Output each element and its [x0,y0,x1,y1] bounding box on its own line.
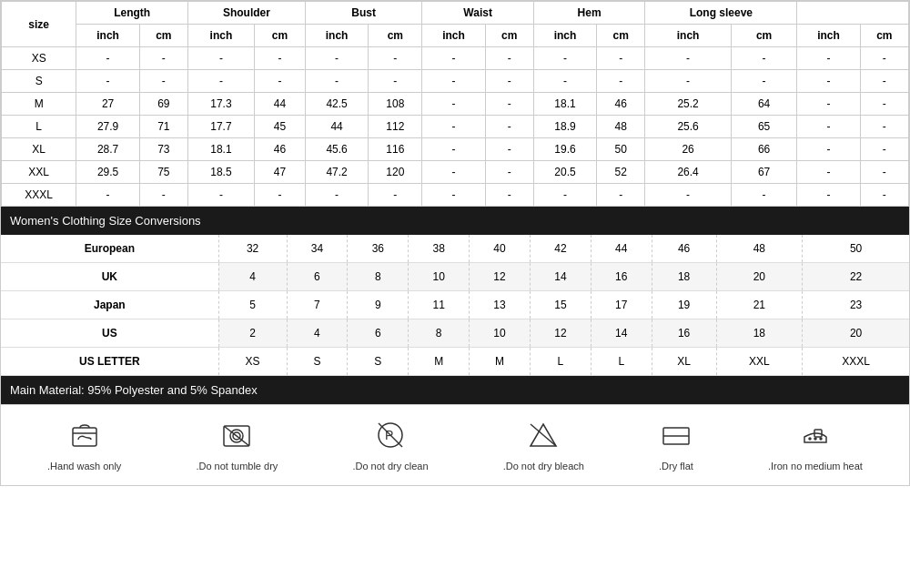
material-section: Main Material: 95% Polyester and 5% Span… [1,376,909,404]
table-cell: 44 [305,116,368,138]
table-cell: - [305,184,368,207]
conversion-cell: XL [652,348,716,376]
table-cell: 19.6 [533,138,596,161]
table-cell: - [731,70,797,93]
svg-line-8 [531,424,556,446]
table-cell: - [797,47,860,70]
table-cell: - [485,93,533,116]
table-cell: - [422,47,485,70]
table-cell: - [797,70,860,93]
table-cell: 47 [254,161,305,184]
table-cell: - [485,184,533,207]
conversion-cell: XXL [716,348,803,376]
conversion-cell: 6 [287,263,348,291]
conversion-cell: 34 [287,235,348,263]
table-cell: 25.2 [645,93,731,116]
conversion-cell: 20 [716,263,803,291]
table-cell: - [860,93,908,116]
table-cell: 108 [369,93,422,116]
extra-header [797,2,909,25]
table-cell: - [76,47,139,70]
table-cell: - [139,184,187,207]
table-cell: - [597,47,645,70]
table-cell: - [797,93,860,116]
table-cell: 47.2 [305,161,368,184]
shoulder-inch: inch [187,25,254,47]
conversion-cell: M [409,348,470,376]
table-cell: 66 [731,138,797,161]
conversion-cell: 10 [409,263,470,291]
table-cell: - [76,70,139,93]
table-cell: 28.7 [76,138,139,161]
table-cell: - [533,184,596,207]
conversion-cell: 12 [530,319,591,348]
hand-wash-icon [68,419,101,456]
iron-medium-icon [799,419,832,456]
table-cell: - [369,184,422,207]
conversion-cell: L [530,348,591,376]
care-label: .Do not dry bleach [503,461,584,471]
table-cell: - [305,70,368,93]
conversion-cell: 38 [409,235,470,263]
care-label: .Do not dry clean [352,461,428,471]
size-label: XXL [2,161,76,184]
conversion-cell: 44 [591,235,652,263]
table-cell: 50 [597,138,645,161]
table-cell: - [797,116,860,138]
care-label: .Dry flat [659,461,693,471]
table-cell: 26.4 [645,161,731,184]
size-label: L [2,116,76,138]
conversion-cell: 15 [530,291,591,319]
conversion-cell: 40 [470,235,531,263]
table-cell: 29.5 [76,161,139,184]
table-cell: 52 [597,161,645,184]
table-cell: - [645,47,731,70]
table-cell: 42.5 [305,93,368,116]
size-col-header: size [2,2,76,47]
size-label: XXXL [2,184,76,207]
conversion-cell: 16 [591,263,652,291]
shoulder-cm: cm [254,25,305,47]
hem-inch: inch [533,25,596,47]
conversion-cell: 6 [348,319,409,348]
table-cell: - [731,47,797,70]
table-cell: 75 [139,161,187,184]
care-section: .Hand wash only .Do not tumble dry P .Do… [1,404,909,485]
conversion-row-label: UK [1,263,218,291]
care-label: .Iron no medium heat [768,461,863,471]
size-label: XL [2,138,76,161]
table-cell: 44 [254,93,305,116]
conversion-cell: 20 [803,319,909,348]
table-cell: - [797,138,860,161]
table-cell: - [422,184,485,207]
table-cell: 71 [139,116,187,138]
table-cell: 46 [254,138,305,161]
conversion-cell: 18 [716,319,803,348]
table-cell: - [860,138,908,161]
table-cell: - [422,138,485,161]
longsleeve-header: Long sleeve [645,2,797,25]
waist-cm: cm [485,25,533,47]
conversion-cell: 48 [716,235,803,263]
table-cell: - [645,70,731,93]
table-cell: 17.3 [187,93,254,116]
bust-cm: cm [369,25,422,47]
table-cell: - [485,70,533,93]
table-cell: 69 [139,93,187,116]
conversion-cell: 5 [218,291,287,319]
table-cell: - [645,184,731,207]
conversion-row-label: US LETTER [1,348,218,376]
care-label: .Do not tumble dry [196,461,278,471]
conversion-cell: L [591,348,652,376]
conversion-cell: 10 [470,319,531,348]
conversion-cell: 46 [652,235,716,263]
size-chart-wrapper: size Length Shoulder Bust Waist Hem Long… [0,0,910,486]
table-cell: 67 [731,161,797,184]
table-cell: 26 [645,138,731,161]
length-cm: cm [139,25,187,47]
table-cell: 120 [369,161,422,184]
table-cell: 116 [369,138,422,161]
table-cell: - [485,161,533,184]
length-header: Length [76,2,188,25]
conversion-cell: 7 [287,291,348,319]
